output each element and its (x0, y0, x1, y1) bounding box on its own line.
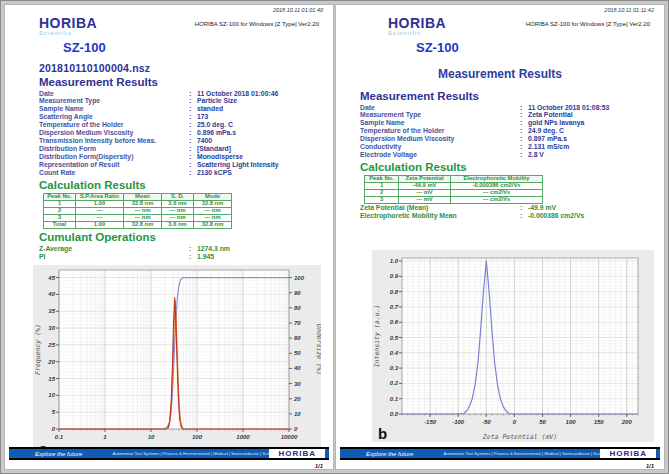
footer-divisions: Automotive Test Systems | Process & Envi… (112, 451, 269, 456)
svg-text:0.1: 0.1 (390, 396, 399, 402)
field-colon: : (189, 97, 197, 105)
field-value: gold NPs lavanya (528, 119, 584, 127)
figure-label-b: b (378, 426, 387, 441)
svg-text:45: 45 (47, 274, 55, 280)
field-colon: : (520, 127, 528, 135)
field-label: Zeta Potential (Mean) (360, 204, 520, 212)
field-row: Dispersion Medium Viscosity : 0.896 mPa.… (39, 129, 333, 137)
field-label: Date (39, 90, 189, 98)
zeta-potential-chart-svg: -150-100-500501001502000.00.10.20.30.40.… (372, 250, 654, 442)
field-label: Sample Name (39, 105, 189, 113)
field-label: Z-Average (39, 245, 189, 253)
svg-text:0.9: 0.9 (390, 273, 399, 279)
footer-tagline: Explore the future (35, 451, 82, 457)
report-canvas: 2018.10.11 01:01:40 HORIBA Scientific HO… (0, 0, 669, 474)
field-colon: : (520, 119, 528, 127)
svg-text:100: 100 (294, 274, 305, 280)
particle-size-chart-svg: 0.11101001000100000510152025303540450102… (33, 265, 321, 457)
field-value: 1274.3 nm (197, 245, 230, 253)
field-colon: : (189, 129, 197, 137)
page-number: 1/1 (315, 463, 323, 469)
field-value: 25.0 deg. C (197, 121, 233, 129)
field-value: -0.000386 cm2/Vs (528, 212, 584, 220)
field-row: Conductivity : 2.131 mS/cm (360, 143, 664, 151)
svg-text:30: 30 (294, 380, 301, 386)
svg-text:1000: 1000 (236, 434, 250, 440)
horiba-logo: HORIBA Scientific (39, 16, 97, 37)
svg-text:25: 25 (47, 342, 55, 348)
cell-mean: 32.8 nm (124, 221, 162, 228)
field-label: Transmission Intensity before Meas. (39, 137, 189, 145)
horiba-footer-banner: Explore the future Automotive Test Syste… (340, 447, 660, 460)
field-label: Count Rate (39, 169, 189, 177)
measurement-fields: Date : 11 October 2018 01:00:46 Measurem… (39, 90, 333, 177)
field-row: Distribution Form(Dispersity) : Monodisp… (39, 153, 333, 161)
field-colon: : (189, 145, 197, 153)
cell-mode: 32.8 nm (194, 221, 232, 228)
svg-text:10: 10 (148, 434, 155, 440)
field-value: 2.131 mS/cm (528, 143, 569, 151)
field-label: Representation of Result (39, 161, 189, 169)
svg-text:-150: -150 (424, 419, 437, 425)
page-header: HORIBA Scientific HORIBA SZ-100 for Wind… (336, 16, 664, 37)
footer-horiba-logo: HORIBA (600, 449, 656, 458)
svg-text:200: 200 (621, 419, 633, 425)
app-version-text: HORIBA SZ-100 for Windows [Z Type] Ver2.… (526, 21, 650, 27)
svg-text:0.8: 0.8 (390, 289, 399, 295)
svg-text:40: 40 (47, 291, 55, 297)
field-value: Zeta Potential (528, 111, 573, 119)
field-colon: : (189, 90, 197, 98)
cell-sp-area-ratio: 1.00 (76, 221, 124, 228)
svg-text:20: 20 (47, 358, 55, 364)
field-colon: : (189, 169, 197, 177)
field-value: Particle Size (197, 97, 237, 105)
svg-text:40: 40 (293, 365, 301, 371)
cell-peak-no: 3 (365, 197, 399, 204)
field-label: Distribution Form (39, 145, 189, 153)
field-row: Distribution Form : [Standard] (39, 145, 333, 153)
field-row: Z-Average : 1274.3 nm (39, 245, 333, 253)
svg-text:Undersize (%): Undersize (%) (315, 324, 321, 375)
svg-text:50: 50 (294, 350, 301, 356)
svg-text:80: 80 (294, 305, 301, 311)
svg-text:Zeta Potential (mV): Zeta Potential (mV) (482, 433, 557, 441)
svg-text:100: 100 (192, 434, 203, 440)
field-colon: : (189, 245, 197, 253)
field-row: Temperature of the Holder : 25.0 deg. C (39, 121, 333, 129)
svg-text:0.2: 0.2 (390, 380, 399, 386)
field-colon: : (520, 204, 528, 212)
field-row: Measurement Type : Particle Size (39, 97, 333, 105)
field-value: 1.945 (197, 253, 214, 261)
field-value: 11 October 2018 01:00:46 (197, 90, 278, 98)
field-colon: : (189, 137, 197, 145)
cumulant-fields: Z-Average : 1274.3 nm PI : 1.945 (39, 245, 333, 261)
svg-text:Frequency (%): Frequency (%) (34, 324, 42, 375)
svg-text:1.0: 1.0 (390, 258, 399, 264)
field-row: Temperature of the Holder : 24.9 deg. C (360, 127, 664, 135)
field-row: Electrophoretic Mobility Mean : -0.00038… (360, 212, 664, 220)
section-cumulant-operations: Cumulant Operations (39, 231, 333, 243)
section-calculation-results: Calculation Results (360, 161, 664, 173)
svg-text:0.3: 0.3 (390, 365, 399, 371)
footer-divisions: Automotive Test Systems | Process & Envi… (443, 451, 600, 456)
horiba-logo-text: HORIBA (388, 16, 446, 30)
page-number: 1/1 (646, 463, 654, 469)
calculation-table-body: 1 -49.9 mV -0.000386 cm2/Vs 2 --- mV ---… (365, 183, 543, 204)
field-value: standed (197, 105, 223, 113)
section-measurement-results: Measurement Results (360, 90, 664, 102)
calculation-table-body: 1 1.00 32.8 nm 3.6 nm 32.8 nm 2 --- --- … (44, 200, 232, 228)
table-row: Total 1.00 32.8 nm 3.6 nm 32.8 nm (44, 221, 232, 228)
field-label: Distribution Form(Dispersity) (39, 153, 189, 161)
field-colon: : (520, 212, 528, 220)
mean-result-fields: Zeta Potential (Mean) : -49.9 mV Electro… (360, 204, 664, 220)
field-label: Conductivity (360, 143, 520, 151)
field-colon: : (189, 161, 197, 169)
table-row: 3 --- mV --- cm2/Vs (365, 197, 543, 204)
svg-text:15: 15 (48, 375, 55, 381)
svg-text:20: 20 (293, 395, 301, 401)
app-version-text: HORIBA SZ-100 for Windows [Z Type] Ver2.… (195, 21, 319, 27)
svg-text:10: 10 (294, 411, 301, 417)
svg-text:100: 100 (566, 419, 577, 425)
field-colon: : (520, 151, 528, 159)
field-label: Dispersion Medium Viscosity (360, 135, 520, 143)
